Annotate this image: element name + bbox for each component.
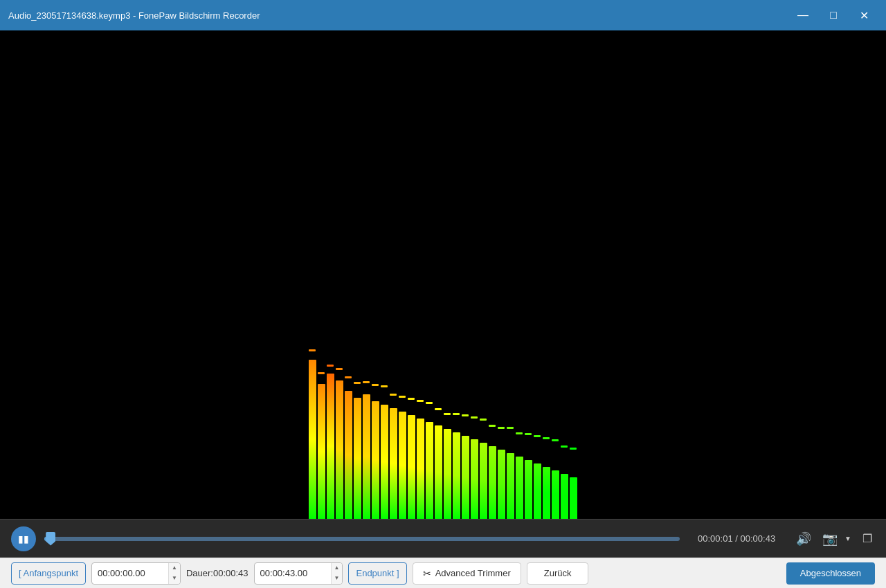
play-pause-button[interactable]: ▮▮: [11, 526, 36, 551]
eq-bar-1: [318, 384, 325, 519]
eq-peak-24: [525, 433, 532, 435]
end-time-down[interactable]: ▼: [332, 573, 343, 584]
time-separator: /: [735, 533, 740, 544]
eq-peak-23: [516, 432, 523, 434]
volume-button[interactable]: 🔊: [793, 529, 814, 549]
eq-peak-10: [399, 396, 406, 398]
eq-bar-18: [471, 439, 478, 519]
end-time-input[interactable]: [255, 563, 331, 584]
abgeschlossen-button[interactable]: Abgeschlossen: [786, 562, 875, 585]
eq-bar-12: [417, 419, 424, 519]
eq-peak-21: [498, 427, 505, 429]
eq-bar-24: [525, 460, 532, 519]
start-time-up[interactable]: ▲: [169, 563, 180, 573]
scissors-icon: ✂: [423, 568, 431, 579]
close-button[interactable]: ✕: [850, 5, 878, 26]
eq-bar-26: [543, 467, 550, 519]
progress-container[interactable]: [44, 532, 680, 546]
eq-bar-4: [345, 391, 352, 519]
eq-peak-1: [318, 372, 325, 374]
eq-peak-12: [417, 400, 424, 402]
volume-icon: 🔊: [796, 531, 811, 546]
eq-bar-0: [309, 360, 316, 519]
end-time-spinners: ▲ ▼: [331, 563, 343, 584]
screenshot-dropdown: 📷 ▼: [820, 529, 854, 549]
eq-peak-19: [480, 419, 487, 421]
endpunkt-button[interactable]: Endpunkt ]: [348, 562, 406, 585]
titlebar-controls: — □ ✕: [789, 5, 878, 26]
eq-peak-17: [462, 414, 469, 416]
eq-bar-28: [561, 474, 568, 519]
eq-peak-22: [507, 427, 514, 429]
eq-peak-16: [453, 413, 460, 415]
eq-peak-0: [309, 349, 316, 351]
eq-bar-6: [363, 394, 370, 519]
eq-bar-15: [444, 429, 451, 519]
eq-peak-5: [354, 382, 361, 384]
start-time-input[interactable]: [92, 563, 168, 584]
end-time-up[interactable]: ▲: [332, 563, 343, 573]
fullscreen-icon: ❐: [862, 532, 872, 545]
dauer-label: Dauer:00:00:43: [186, 568, 248, 578]
eq-bar-29: [570, 477, 577, 519]
eq-bar-9: [390, 408, 397, 519]
titlebar: Audio_230517134638.keymp3 - FonePaw Bild…: [0, 0, 886, 30]
progress-track[interactable]: [44, 537, 680, 541]
eq-peak-14: [435, 408, 442, 410]
eq-bar-11: [408, 415, 415, 519]
eq-bar-19: [480, 443, 487, 519]
eq-peak-29: [570, 448, 577, 450]
eq-peak-13: [426, 402, 433, 404]
eq-bar-21: [498, 450, 505, 519]
eq-peak-20: [489, 425, 496, 427]
eq-peak-18: [471, 416, 478, 419]
eq-peak-26: [543, 437, 550, 439]
eq-bar-2: [327, 374, 334, 519]
eq-peak-11: [408, 398, 415, 400]
eq-peak-15: [444, 413, 451, 415]
eq-peak-7: [372, 384, 379, 386]
current-time: 00:00:01: [698, 533, 733, 544]
eq-bar-16: [453, 432, 460, 519]
eq-bar-25: [534, 463, 541, 519]
eq-peak-27: [552, 439, 559, 441]
eq-peak-25: [534, 435, 541, 437]
end-time-input-container: ▲ ▼: [254, 562, 343, 585]
main-area: [0, 30, 886, 519]
fullscreen-button[interactable]: ❐: [860, 529, 875, 548]
zuruck-button[interactable]: Zurück: [527, 562, 589, 585]
time-display: 00:00:01 / 00:00:43: [688, 533, 785, 544]
eq-bar-14: [435, 425, 442, 519]
anfangspunkt-button[interactable]: [ Anfangspunkt: [11, 562, 86, 585]
minimize-button[interactable]: —: [789, 5, 817, 26]
chevron-down-icon: ▼: [844, 535, 851, 542]
eq-bar-8: [381, 405, 388, 519]
eq-peak-9: [390, 394, 397, 396]
eq-bar-23: [516, 457, 523, 519]
eq-peak-28: [561, 445, 568, 448]
eq-peak-3: [336, 368, 343, 370]
eq-peak-6: [363, 381, 370, 383]
titlebar-title: Audio_230517134638.keymp3 - FonePaw Bild…: [8, 10, 789, 21]
eq-peak-4: [345, 376, 352, 378]
eq-bar-5: [354, 398, 361, 519]
eq-peak-2: [327, 365, 334, 367]
transport-icons: 🔊 📷 ▼ ❐: [793, 529, 875, 549]
transport-bar: ▮▮ 00:00:01 / 00:00:43 🔊 📷 ▼ ❐: [0, 519, 886, 558]
eq-peak-8: [381, 385, 388, 387]
advanced-trimmer-button[interactable]: ✂ Advanced Trimmer: [413, 562, 521, 585]
start-time-input-container: ▲ ▼: [91, 562, 181, 585]
eq-bar-27: [552, 470, 559, 519]
screenshot-button[interactable]: 📷: [820, 529, 840, 549]
start-time-down[interactable]: ▼: [169, 573, 180, 584]
maximize-button[interactable]: □: [820, 5, 847, 26]
eq-bar-13: [426, 422, 433, 519]
pause-icon: ▮▮: [18, 533, 29, 544]
bottom-bar: [ Anfangspunkt ▲ ▼ Dauer:00:00:43 ▲ ▼ En…: [0, 558, 886, 588]
progress-thumb[interactable]: [46, 532, 55, 546]
equalizer: [0, 30, 886, 519]
start-time-spinners: ▲ ▼: [168, 563, 180, 584]
advanced-trimmer-label: Advanced Trimmer: [435, 568, 511, 578]
eq-bar-20: [489, 446, 496, 519]
screenshot-dropdown-button[interactable]: ▼: [842, 532, 854, 545]
